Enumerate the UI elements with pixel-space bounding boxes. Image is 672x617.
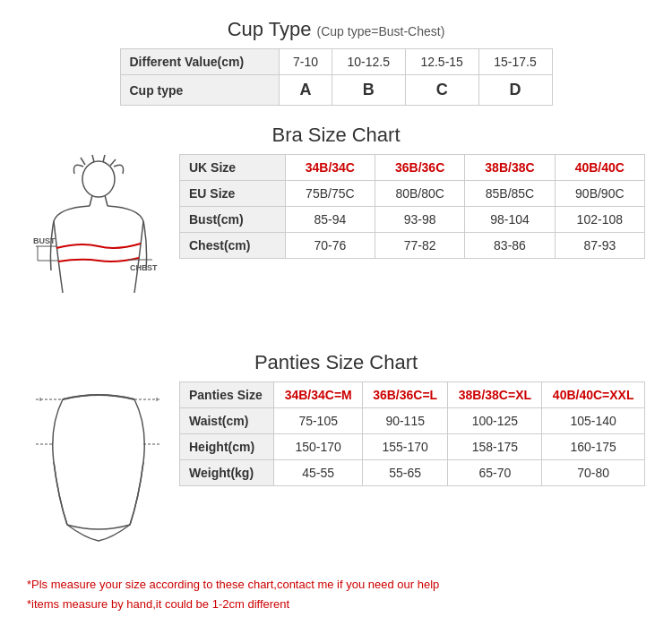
table-row: Height(cm) 150-170 155-170 158-175 160-1… bbox=[180, 434, 645, 460]
table-row: Bust(cm) 85-94 93-98 98-104 102-108 bbox=[180, 207, 645, 233]
bra-content: BUST CHEST UK Size 34B/34C 36B/36C 38B/3… bbox=[27, 154, 645, 333]
table-row: Waist(cm) 75-105 90-115 100-125 105-140 bbox=[180, 408, 645, 434]
uk-size-label: UK Size bbox=[180, 155, 286, 181]
chest-2: 77-82 bbox=[375, 233, 465, 259]
eu-size-1: 75B/75C bbox=[285, 181, 375, 207]
eu-size-label: EU Size bbox=[180, 181, 286, 207]
table-row: Panties Size 34B/34C=M 36B/36C=L 38B/38C… bbox=[180, 382, 645, 408]
svg-line-4 bbox=[110, 159, 116, 166]
bust-label: Bust(cm) bbox=[180, 207, 286, 233]
notes-section: *Pls measure your size according to thes… bbox=[27, 570, 645, 617]
cup-c: C bbox=[405, 75, 478, 106]
diff-value-1: 7-10 bbox=[280, 49, 332, 75]
eu-size-4: 90B/90C bbox=[555, 181, 644, 207]
note-2: *items measure by hand,it could be 1-2cm… bbox=[27, 595, 645, 614]
cup-d: D bbox=[478, 75, 552, 106]
svg-text:CHEST: CHEST bbox=[130, 263, 158, 272]
bust-1: 85-94 bbox=[285, 207, 375, 233]
uk-size-3: 38B/38C bbox=[465, 155, 555, 181]
waist-1: 75-105 bbox=[274, 408, 363, 434]
svg-line-6 bbox=[105, 195, 108, 206]
panties-content: Panties Size 34B/34C=M 36B/36C=L 38B/38C… bbox=[27, 381, 645, 552]
eu-size-3: 85B/85C bbox=[465, 181, 555, 207]
chest-3: 83-86 bbox=[465, 233, 555, 259]
eu-size-2: 80B/80C bbox=[375, 181, 465, 207]
diff-value-3: 12.5-15 bbox=[405, 49, 478, 75]
bust-3: 98-104 bbox=[465, 207, 555, 233]
bra-size-table: UK Size 34B/34C 36B/36C 38B/38C 40B/40C … bbox=[179, 154, 645, 259]
table-row: Cup type A B C D bbox=[120, 75, 552, 106]
cup-type-subtitle: (Cup type=Bust-Chest) bbox=[317, 24, 445, 39]
cup-b: B bbox=[332, 75, 405, 106]
bra-chart-title: Bra Size Chart bbox=[27, 124, 645, 147]
uk-size-4: 40B/40C bbox=[555, 155, 644, 181]
cup-a: A bbox=[280, 75, 332, 106]
svg-point-0 bbox=[82, 161, 115, 197]
cup-type-table: Different Value(cm) 7-10 10-12.5 12.5-15… bbox=[120, 48, 553, 106]
bra-image-area: BUST CHEST bbox=[27, 154, 170, 333]
diff-value-2: 10-12.5 bbox=[332, 49, 405, 75]
bra-table-area: UK Size 34B/34C 36B/36C 38B/38C 40B/40C … bbox=[179, 154, 645, 259]
cup-type-title: Cup Type (Cup type=Bust-Chest) bbox=[27, 18, 645, 41]
panties-size-table: Panties Size 34B/34C=M 36B/36C=L 38B/38C… bbox=[179, 381, 645, 486]
chest-label: Chest(cm) bbox=[180, 233, 286, 259]
cup-type-section: Cup Type (Cup type=Bust-Chest) Different… bbox=[27, 18, 645, 106]
cup-type-heading: Cup Type bbox=[228, 18, 312, 40]
chest-4: 87-93 bbox=[555, 233, 644, 259]
uk-size-1: 34B/34C bbox=[285, 155, 375, 181]
weight-3: 65-70 bbox=[448, 460, 542, 486]
weight-2: 55-65 bbox=[362, 460, 447, 486]
height-3: 158-175 bbox=[448, 434, 542, 460]
height-1: 150-170 bbox=[274, 434, 363, 460]
svg-line-5 bbox=[90, 195, 92, 206]
uk-size-2: 36B/36C bbox=[375, 155, 465, 181]
table-row: EU Size 75B/75C 80B/80C 85B/85C 90B/90C bbox=[180, 181, 645, 207]
panties-image-area bbox=[27, 381, 170, 552]
panties-table-area: Panties Size 34B/34C=M 36B/36C=L 38B/38C… bbox=[179, 381, 645, 486]
panties-size-3: 38B/38C=XL bbox=[448, 382, 542, 408]
table-row: UK Size 34B/34C 36B/36C 38B/38C 40B/40C bbox=[180, 155, 645, 181]
bra-illustration: BUST CHEST bbox=[31, 154, 166, 333]
weight-4: 70-80 bbox=[542, 460, 645, 486]
diff-value-label: Different Value(cm) bbox=[120, 49, 280, 75]
svg-text:BUST: BUST bbox=[33, 236, 56, 245]
cup-type-row-label: Cup type bbox=[120, 75, 280, 106]
height-2: 155-170 bbox=[362, 434, 447, 460]
panties-size-4: 40B/40C=XXL bbox=[542, 382, 645, 408]
panties-chart-title: Panties Size Chart bbox=[27, 351, 645, 374]
bust-2: 93-98 bbox=[375, 207, 465, 233]
svg-line-1 bbox=[81, 158, 85, 165]
svg-line-3 bbox=[103, 155, 105, 162]
panties-size-2: 36B/36C=L bbox=[362, 382, 447, 408]
panties-illustration bbox=[31, 381, 166, 552]
height-label: Height(cm) bbox=[180, 434, 274, 460]
waist-label: Waist(cm) bbox=[180, 408, 274, 434]
table-row: Chest(cm) 70-76 77-82 83-86 87-93 bbox=[180, 233, 645, 259]
waist-4: 105-140 bbox=[542, 408, 645, 434]
diff-value-4: 15-17.5 bbox=[478, 49, 552, 75]
waist-2: 90-115 bbox=[362, 408, 447, 434]
chest-1: 70-76 bbox=[285, 233, 375, 259]
table-row: Different Value(cm) 7-10 10-12.5 12.5-15… bbox=[120, 49, 552, 75]
height-4: 160-175 bbox=[542, 434, 645, 460]
weight-label: Weight(kg) bbox=[180, 460, 274, 486]
note-1: *Pls measure your size according to thes… bbox=[27, 575, 645, 595]
panties-section: Panties Size Chart bbox=[27, 351, 645, 552]
bust-4: 102-108 bbox=[555, 207, 644, 233]
bra-section: Bra Size Chart bbox=[27, 124, 645, 333]
table-row: Weight(kg) 45-55 55-65 65-70 70-80 bbox=[180, 460, 645, 486]
panties-size-1: 34B/34C=M bbox=[274, 382, 363, 408]
waist-3: 100-125 bbox=[448, 408, 542, 434]
weight-1: 45-55 bbox=[274, 460, 363, 486]
svg-line-2 bbox=[92, 155, 94, 162]
panties-size-label: Panties Size bbox=[180, 382, 274, 408]
